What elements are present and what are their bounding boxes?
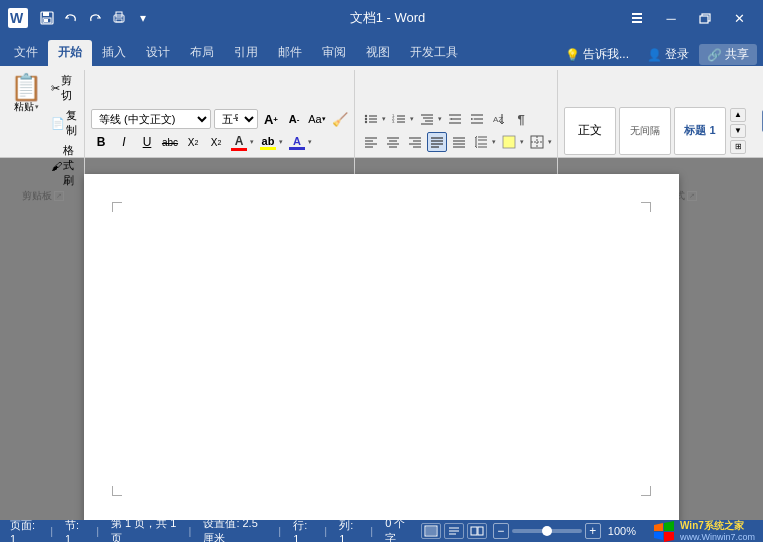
distributed-button[interactable] [449, 132, 469, 152]
superscript-button[interactable]: X2 [206, 132, 226, 152]
zoom-in-button[interactable]: + [585, 523, 601, 539]
decrease-font-button[interactable]: A- [284, 109, 304, 129]
svg-rect-77 [471, 527, 477, 535]
close-button[interactable]: ✕ [723, 4, 755, 32]
zoom-slider[interactable] [512, 529, 582, 533]
underline-button[interactable]: U [137, 132, 157, 152]
line-spacing-button[interactable] [471, 132, 491, 152]
tell-me-button[interactable]: 💡 告诉我... [557, 43, 637, 66]
tab-view[interactable]: 视图 [356, 40, 400, 66]
redo-button[interactable] [84, 7, 106, 29]
tab-developer[interactable]: 开发工具 [400, 40, 468, 66]
tab-references[interactable]: 引用 [224, 40, 268, 66]
outline-view-button[interactable] [467, 523, 487, 539]
clear-format-button[interactable]: 🧹 [330, 109, 350, 129]
justify-button[interactable] [427, 132, 447, 152]
multilevel-dropdown[interactable]: ▾ [437, 115, 443, 123]
borders-dropdown[interactable]: ▾ [547, 138, 553, 146]
zoom-controls: − + 100% [493, 523, 638, 539]
web-view-button[interactable] [444, 523, 464, 539]
highlight-dropdown[interactable]: ▾ [278, 138, 284, 146]
styles-expand-icon[interactable]: ↗ [687, 191, 697, 201]
numbering-dropdown[interactable]: ▾ [409, 115, 415, 123]
clipboard-expand-button[interactable]: ↗ [54, 191, 64, 201]
styles-expand-button[interactable]: ⊞ [730, 140, 746, 154]
highlight-button[interactable]: ab [258, 132, 278, 152]
decrease-indent-button[interactable] [445, 109, 465, 129]
customize-qat-button[interactable]: ▾ [132, 7, 154, 29]
shading-button[interactable] [499, 132, 519, 152]
text-highlight-dropdown[interactable]: ▾ [307, 138, 313, 146]
font-size-selector[interactable]: 五号 [214, 109, 258, 129]
style-normal[interactable]: 正文 [564, 107, 616, 155]
svg-rect-5 [44, 19, 48, 22]
restore-button[interactable] [689, 4, 721, 32]
italic-button[interactable]: I [114, 132, 134, 152]
margin-corner-tr [641, 202, 651, 212]
strikethrough-button[interactable]: abc [160, 132, 180, 152]
paste-button[interactable]: 📋 粘贴 ▾ [6, 72, 46, 189]
styles-scroll-down[interactable]: ▼ [730, 124, 746, 138]
bullets-button[interactable] [361, 109, 381, 129]
windows-logo-icon [652, 521, 676, 541]
change-case-button[interactable]: Aa▾ [307, 109, 327, 129]
shading-dropdown[interactable]: ▾ [519, 138, 525, 146]
status-column[interactable]: 列: 1 [337, 518, 360, 543]
watermark-text: Win7系统之家 [680, 520, 755, 532]
copy-button[interactable]: 📄 复制 [48, 107, 80, 139]
print-preview-button[interactable] [108, 7, 130, 29]
align-right-button[interactable] [405, 132, 425, 152]
tab-insert[interactable]: 插入 [92, 40, 136, 66]
subscript-button[interactable]: X2 [183, 132, 203, 152]
cut-button[interactable]: ✂ 剪切 [48, 72, 80, 104]
align-center-button[interactable] [383, 132, 403, 152]
style-no-spacing[interactable]: 无间隔 [619, 107, 671, 155]
status-line[interactable]: 行: 1 [291, 518, 314, 543]
status-page[interactable]: 页面: 1 [8, 518, 40, 543]
borders-button[interactable] [527, 132, 547, 152]
font-color-button[interactable]: A [229, 132, 249, 152]
numbering-button[interactable]: 1. 2. 3. [389, 109, 409, 129]
zoom-level[interactable]: 100% [606, 525, 638, 537]
tab-home[interactable]: 开始 [48, 40, 92, 66]
text-highlight-button[interactable]: A [287, 132, 307, 152]
align-left-button[interactable] [361, 132, 381, 152]
format-painter-button[interactable]: 🖌 格式刷 [48, 142, 80, 189]
ribbon-tabs: 文件 开始 插入 设计 布局 引用 邮件 审阅 视图 开发工具 💡 告诉我...… [0, 36, 763, 66]
font-color-dropdown[interactable]: ▾ [249, 138, 255, 146]
font-name-selector[interactable]: 等线 (中文正文) [91, 109, 211, 129]
bullets-dropdown[interactable]: ▾ [381, 115, 387, 123]
sign-in-button[interactable]: 👤 登录 [639, 43, 697, 66]
line-spacing-dropdown[interactable]: ▾ [491, 138, 497, 146]
zoom-out-button[interactable]: − [493, 523, 509, 539]
save-button[interactable] [36, 7, 58, 29]
multilevel-button[interactable] [417, 109, 437, 129]
minimize-button[interactable]: ─ [655, 4, 687, 32]
tab-layout[interactable]: 布局 [180, 40, 224, 66]
tab-review[interactable]: 审阅 [312, 40, 356, 66]
zoom-thumb[interactable] [542, 526, 552, 536]
document-page[interactable] [84, 174, 679, 520]
print-layout-view-button[interactable] [421, 523, 441, 539]
ribbon-display-button[interactable] [621, 4, 653, 32]
tab-design[interactable]: 设计 [136, 40, 180, 66]
increase-font-button[interactable]: A+ [261, 109, 281, 129]
margin-corner-bl [112, 486, 122, 496]
document-area[interactable] [0, 158, 763, 520]
scissors-icon: ✂ [51, 82, 60, 95]
sort-button[interactable]: AZ [489, 109, 509, 129]
svg-rect-78 [478, 527, 483, 535]
share-button[interactable]: 🔗 共享 [699, 44, 757, 65]
increase-indent-button[interactable] [467, 109, 487, 129]
paste-dropdown-arrow[interactable]: ▾ [35, 103, 39, 111]
styles-scroll-up[interactable]: ▲ [730, 108, 746, 122]
tab-mailings[interactable]: 邮件 [268, 40, 312, 66]
style-heading1[interactable]: 标题 1 [674, 107, 726, 155]
tab-file[interactable]: 文件 [4, 40, 48, 66]
undo-button[interactable] [60, 7, 82, 29]
show-hide-button[interactable]: ¶ [511, 109, 531, 129]
app-icon[interactable]: W [8, 8, 28, 28]
bold-button[interactable]: B [91, 132, 111, 152]
styles-pane-button[interactable]: A a ___ 样式 [750, 103, 763, 159]
status-section[interactable]: 节: 1 [63, 518, 86, 543]
